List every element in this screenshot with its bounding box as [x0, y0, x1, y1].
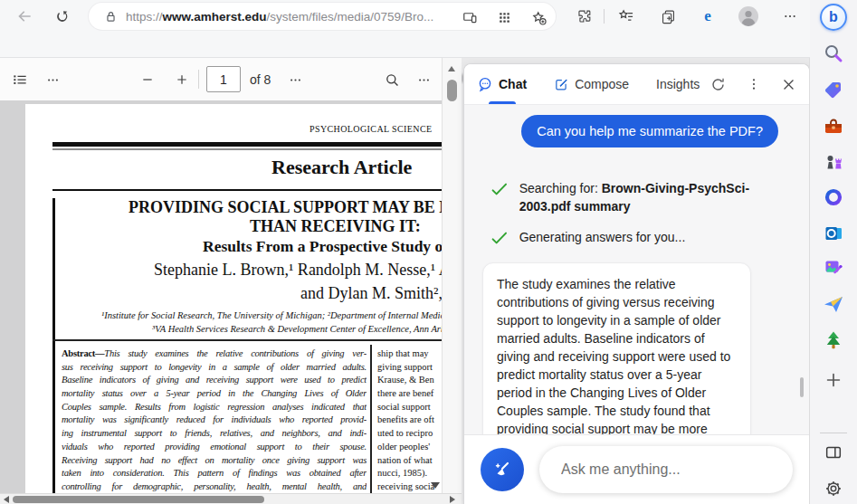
- kebab-menu-icon[interactable]: [747, 77, 761, 91]
- assistant-answer-card: The study examines the relative contribu…: [482, 262, 751, 434]
- search-icon: [823, 43, 844, 64]
- bookmarks-bar: [0, 33, 857, 58]
- outlook-icon: [823, 223, 844, 244]
- sidebar-search-button[interactable]: [823, 43, 844, 64]
- check-icon: [490, 179, 509, 199]
- edge-sidebar: b: [810, 0, 857, 504]
- settings-more-button[interactable]: [778, 5, 802, 28]
- tree-icon: [823, 329, 844, 351]
- grid-icon[interactable]: [494, 7, 514, 27]
- sidebar-settings-button[interactable]: [824, 479, 843, 499]
- journal-header: PSYCHOLOGICAL SCIENCE: [309, 124, 433, 134]
- article-type: Research Article: [271, 156, 412, 179]
- scroll-up-arrow[interactable]: [448, 66, 455, 71]
- page-number-input[interactable]: [206, 66, 241, 92]
- pdf-more-button[interactable]: [41, 68, 64, 91]
- tab-label: Chat: [499, 77, 527, 91]
- pdf-horizontal-scrollbar[interactable]: [0, 493, 462, 504]
- new-topic-button[interactable]: [481, 448, 524, 491]
- collections-icon: [660, 8, 677, 25]
- avatar: [738, 5, 759, 27]
- refresh-chat-icon[interactable]: [709, 76, 727, 93]
- article-subtitle: Results From a Prospective Study of Mort…: [203, 237, 442, 256]
- sidebar-panel-button[interactable]: [824, 442, 843, 462]
- column-line: nucci, 1985).: [377, 468, 442, 481]
- favorites-button[interactable]: [614, 5, 638, 28]
- zoom-out-icon: [140, 72, 155, 87]
- profile-button[interactable]: [737, 5, 760, 28]
- chat-input[interactable]: [539, 446, 793, 493]
- sidebar-outlook-button[interactable]: [823, 223, 844, 244]
- sidebar-drop-button[interactable]: [823, 293, 844, 315]
- pdf-toolbar: of 8: [0, 58, 442, 100]
- collections-button[interactable]: [656, 5, 680, 28]
- zoom-in-button[interactable]: [170, 68, 194, 91]
- sidebar-microsoft-365-button[interactable]: [823, 186, 844, 208]
- zoom-in-icon: [175, 72, 189, 87]
- tab-compose[interactable]: Compose: [554, 64, 629, 104]
- pdf-toc-button[interactable]: [8, 68, 32, 91]
- copilot-button[interactable]: b: [820, 4, 847, 31]
- column-line: uted to recipro: [377, 428, 442, 442]
- page-count-label: of 8: [250, 72, 271, 87]
- sidebar-tree-button[interactable]: [823, 329, 844, 351]
- sidebar-shopping-button[interactable]: [823, 79, 844, 100]
- puzzle-icon: [576, 8, 593, 25]
- sidebar-tools-button[interactable]: [823, 116, 844, 138]
- abstract-line: Receiving support had no effect on morta…: [62, 455, 367, 469]
- tab-label: Compose: [575, 77, 629, 91]
- microsoft-365-icon: [823, 186, 844, 208]
- pdf-toolbar-more-button[interactable]: [412, 68, 435, 91]
- status-step: Generating answers for you...: [490, 228, 761, 248]
- article-title-line2: THAN RECEIVING IT:: [250, 217, 421, 236]
- add-favorite-icon[interactable]: [528, 7, 548, 27]
- pdf-page-more-button[interactable]: [283, 68, 307, 91]
- column-line: Krause, & Ben: [377, 375, 442, 388]
- scroll-right-arrow[interactable]: [450, 496, 455, 503]
- status-step: Searching for: Brown-Giving-PsychSci-200…: [490, 179, 761, 215]
- sidebar-divider: [809, 58, 810, 504]
- back-button[interactable]: [13, 5, 36, 28]
- pdf-search-button[interactable]: [380, 68, 404, 91]
- column-line: older peoples': [377, 442, 442, 455]
- chat-conversation: Can you help me summarize the PDF? Searc…: [464, 104, 809, 434]
- image-creator-icon: [823, 257, 844, 279]
- pdf-page: PSYCHOLOGICAL SCIENCE Research Article P…: [25, 104, 442, 493]
- abstract-line: controlling for demographic, personality…: [62, 481, 367, 493]
- refresh-button[interactable]: [51, 5, 74, 28]
- address-bar[interactable]: https://www.amherst.edu/system/files/med…: [89, 3, 556, 30]
- zoom-out-button[interactable]: [136, 68, 159, 91]
- sidebar-add-button[interactable]: [824, 370, 843, 390]
- pdf-vertical-scrollbar[interactable]: [442, 58, 462, 493]
- tab-insights[interactable]: Insights: [656, 64, 700, 104]
- pdf-viewer: of 8 PSYCHOLOGICAL SCIENCE Research Arti…: [0, 58, 462, 504]
- chat-scrollbar-thumb[interactable]: [800, 377, 804, 397]
- scrollbar-thumb[interactable]: [13, 496, 264, 503]
- ie-mode-button[interactable]: e: [696, 5, 719, 28]
- sidebar-games-button[interactable]: [823, 151, 844, 173]
- authors-line1: Stephanie L. Brown,¹ Randolph M. Nesse,¹…: [154, 261, 442, 280]
- abstract-line: ing instrumental support to friends, rel…: [62, 428, 367, 442]
- tab-label: Insights: [656, 77, 700, 91]
- toolbar-divider: [198, 70, 199, 89]
- games-chess-icon: [823, 151, 844, 173]
- abstract-line: mortality was significantly reduced for …: [62, 414, 367, 428]
- browser-toolbar: https://www.amherst.edu/system/files/med…: [0, 0, 857, 58]
- tab-chat[interactable]: Chat: [477, 64, 527, 104]
- device-icon[interactable]: [460, 7, 480, 27]
- ie-mode-icon: e: [704, 7, 711, 25]
- selection-handle-artifact: [431, 482, 440, 489]
- column-line: ship that may: [377, 348, 442, 362]
- extensions-button[interactable]: [572, 5, 595, 28]
- lock-icon[interactable]: [103, 9, 119, 24]
- scroll-left-arrow[interactable]: [4, 496, 9, 503]
- column-line: giving support: [377, 362, 442, 376]
- copilot-chat-panel: Chat Compose Insights Can you help me su…: [463, 63, 810, 504]
- scrollbar-thumb[interactable]: [447, 80, 457, 101]
- abstract-column: Abstract—This study examines the relativ…: [62, 348, 367, 493]
- back-icon: [15, 7, 33, 25]
- close-icon[interactable]: [781, 77, 796, 92]
- article-title-line1: PROVIDING SOCIAL SUPPORT MAY BE MORE BEN…: [129, 198, 442, 217]
- sidebar-image-creator-button[interactable]: [823, 257, 844, 279]
- broom-icon: [490, 458, 514, 481]
